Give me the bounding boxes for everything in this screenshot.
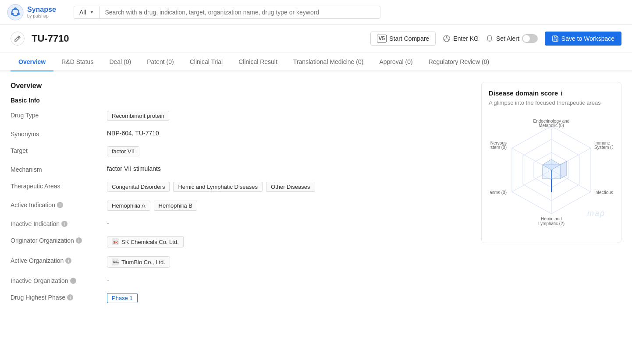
originator-org-info-icon[interactable]: i (76, 237, 82, 244)
set-alert-toggle[interactable] (522, 34, 538, 43)
tab-patent[interactable]: Patent (0) (139, 53, 181, 71)
kg-icon (443, 35, 451, 42)
logo-subtitle: by patsnap (27, 14, 56, 18)
info-row-active-org: Active Organization i TiUm TiumBio Co., … (11, 256, 471, 268)
dropdown-arrow-icon: ▼ (90, 10, 94, 14)
info-row-inactive-indication: Inactive Indication i - (11, 219, 471, 227)
value-synonyms: NBP-604, TU-7710 (107, 130, 159, 137)
logo-title: Synapse (27, 6, 56, 14)
main-content: Overview Basic Info Drug Type Recombinan… (0, 71, 632, 322)
value-drug-highest-phase: Phase 1 (107, 293, 138, 303)
tab-rd-status[interactable]: R&D Status (53, 53, 101, 71)
svg-rect-16 (554, 36, 556, 37)
search-input[interactable] (99, 6, 380, 19)
header: Synapse by patsnap All ▼ (0, 0, 632, 25)
tab-approval[interactable]: Approval (0) (371, 53, 420, 71)
text-mechanism: factor VII stimulants (107, 165, 161, 172)
tab-clinical-trial[interactable]: Clinical Trial (182, 53, 231, 71)
value-target: factor VII (107, 146, 139, 156)
svg-point-10 (446, 36, 448, 38)
tag-recombinant-protein: Recombinant protein (107, 111, 169, 121)
domain-score-info-icon[interactable]: i (561, 89, 562, 97)
label-inactive-indication: Inactive Indication i (11, 219, 107, 227)
tab-regulatory-review[interactable]: Regulatory Review (0) (421, 53, 497, 71)
tag-hemophilia-a: Hemophilia A (107, 201, 150, 211)
info-row-drug-type: Drug Type Recombinant protein (11, 111, 471, 121)
value-inactive-org: - (107, 276, 109, 283)
tab-clinical-result[interactable]: Clinical Result (231, 53, 285, 71)
drug-highest-phase-info-icon[interactable]: i (67, 294, 73, 300)
drug-name-title: TU-7710 (32, 33, 69, 44)
search-filter-wrapper[interactable]: All ▼ (74, 6, 99, 19)
tag-phase-1: Phase 1 (107, 293, 138, 303)
search-filter-value: All (79, 9, 86, 16)
synapse-logo-icon (7, 4, 24, 21)
active-org-info-icon[interactable]: i (65, 258, 71, 264)
info-row-synonyms: Synonyms NBP-604, TU-7710 (11, 130, 471, 138)
svg-text:System (0): System (0) (594, 145, 613, 150)
sk-chemicals-logo: SK (112, 238, 119, 245)
label-active-org: Active Organization i (11, 256, 107, 264)
inactive-indication-info-icon[interactable]: i (61, 221, 67, 227)
text-inactive-org: - (107, 276, 109, 283)
tab-translational-medicine[interactable]: Translational Medicine (0) (285, 53, 372, 71)
domain-score-card: Disease domain score i A glimpse into th… (481, 82, 621, 243)
tab-deal[interactable]: Deal (0) (101, 53, 139, 71)
value-mechanism: factor VII stimulants (107, 165, 161, 172)
svg-text:Metabolic (0): Metabolic (0) (539, 123, 564, 128)
info-row-drug-highest-phase: Drug Highest Phase i Phase 1 (11, 293, 471, 303)
domain-score-title: Disease domain score i (489, 89, 614, 97)
info-row-active-indication: Active Indication i Hemophilia A Hemophi… (11, 201, 471, 211)
org-tag-tiumbio[interactable]: TiUm TiumBio Co., Ltd. (107, 256, 170, 268)
label-mechanism: Mechanism (11, 165, 107, 173)
svg-line-13 (445, 38, 447, 40)
svg-line-7 (12, 14, 14, 14)
start-compare-button[interactable]: V5 Start Compare (370, 32, 436, 46)
value-active-indication: Hemophilia A Hemophilia B (107, 201, 197, 211)
svg-text:SK: SK (113, 240, 118, 244)
tag-hemic-lymphatic: Hemic and Lymphatic Diseases (173, 182, 263, 192)
svg-text:Neoplasms (0): Neoplasms (0) (490, 190, 507, 195)
compare-label: Start Compare (389, 35, 429, 42)
svg-marker-42 (560, 161, 567, 179)
left-section: Overview Basic Info Drug Type Recombinan… (11, 82, 471, 312)
inactive-org-info-icon[interactable]: i (70, 278, 76, 284)
value-originator-org: SK SK Chemicals Co. Ltd. (107, 236, 184, 247)
save-label: Save to Workspace (561, 35, 614, 42)
basic-info-title: Basic Info (11, 97, 471, 104)
svg-text:Hemic and: Hemic and (541, 216, 562, 221)
value-inactive-indication: - (107, 219, 109, 226)
svg-text:Infectious (0): Infectious (0) (594, 190, 613, 195)
text-inactive-indication: - (107, 219, 109, 226)
enter-kg-button[interactable]: Enter KG (443, 35, 479, 42)
label-target: Target (11, 146, 107, 154)
info-row-target: Target factor VII (11, 146, 471, 156)
label-inactive-org: Inactive Organization i (11, 276, 107, 284)
info-row-therapeutic-areas: Therapeutic Areas Congenital Disorders H… (11, 182, 471, 192)
overview-section-title: Overview (11, 82, 471, 90)
logo-text: Synapse by patsnap (27, 6, 56, 18)
drug-title-actions: V5 Start Compare Enter KG Set Alert (370, 32, 621, 46)
label-originator-org: Originator Organization i (11, 236, 107, 244)
radar-chart: Endocrinology and Metabolic (0) Immune S… (490, 117, 613, 231)
active-indication-info-icon[interactable]: i (57, 202, 63, 208)
value-drug-type: Recombinant protein (107, 111, 169, 121)
tab-overview[interactable]: Overview (11, 53, 53, 71)
drug-edit-icon[interactable] (11, 32, 25, 46)
label-drug-type: Drug Type (11, 111, 107, 119)
svg-line-6 (17, 14, 18, 14)
tag-congenital-disorders: Congenital Disorders (107, 182, 170, 192)
tiumbio-logo: TiUm (112, 258, 119, 265)
svg-point-0 (7, 4, 23, 20)
radar-chart-container: Endocrinology and Metabolic (0) Immune S… (489, 113, 614, 236)
logo-area: Synapse by patsnap (7, 4, 68, 21)
bell-icon (486, 35, 494, 42)
save-to-workspace-button[interactable]: Save to Workspace (545, 32, 621, 46)
value-therapeutic-areas: Congenital Disorders Hemic and Lymphatic… (107, 182, 315, 192)
domain-score-subtitle: A glimpse into the focused therapeutic a… (489, 99, 614, 106)
svg-text:TiUm: TiUm (113, 261, 119, 264)
enter-kg-label: Enter KG (453, 35, 479, 42)
right-section: Disease domain score i A glimpse into th… (481, 82, 621, 312)
tag-factor-vii[interactable]: factor VII (107, 146, 139, 156)
org-tag-sk-chemicals[interactable]: SK SK Chemicals Co. Ltd. (107, 236, 184, 247)
